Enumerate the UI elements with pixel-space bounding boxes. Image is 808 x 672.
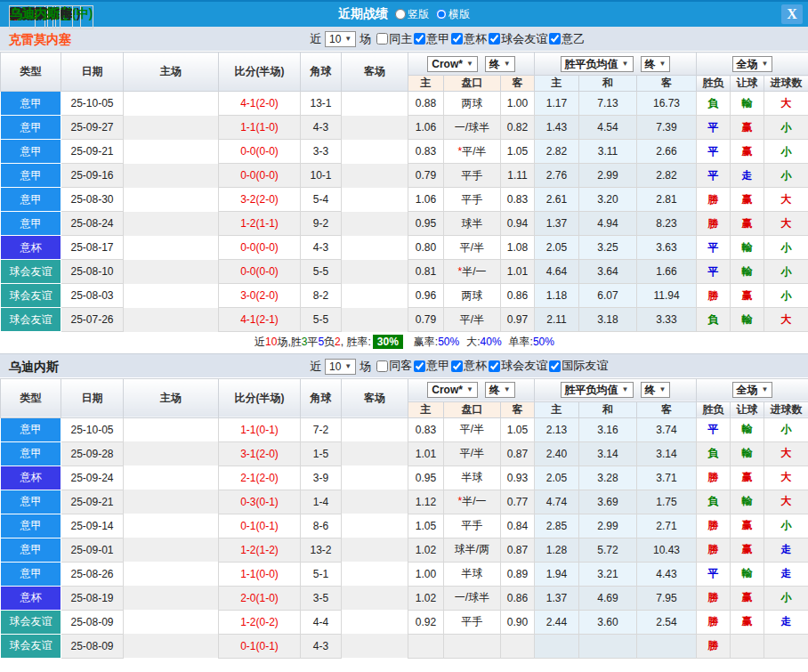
corner-score: 3-3 bbox=[301, 140, 342, 164]
checkbox[interactable] bbox=[549, 360, 561, 372]
mean-draw-odds: 2.99 bbox=[579, 514, 637, 538]
mean-time-select[interactable]: 终 ▼ bbox=[641, 382, 671, 398]
result-wdl: 平 bbox=[697, 260, 731, 284]
mean-source-select[interactable]: 胜平负均值 ▼ bbox=[561, 56, 634, 72]
away-team: 乌迪内斯 bbox=[9, 5, 61, 29]
filter-checkbox[interactable]: 同客 bbox=[376, 358, 412, 374]
result-goals: 大 bbox=[764, 308, 808, 332]
mean-home-odds: 2.05 bbox=[535, 466, 579, 490]
crow-away-odds: 0.89 bbox=[501, 562, 535, 586]
crow-away-odds: 0.86 bbox=[501, 586, 535, 610]
close-icon[interactable]: X bbox=[781, 4, 803, 24]
match-date: 25-08-03 bbox=[61, 284, 124, 308]
mean-away-odds: 11.94 bbox=[637, 284, 697, 308]
col-away: 客场 bbox=[342, 378, 408, 417]
result-handicap: 赢 bbox=[731, 538, 764, 562]
layout-vertical-option[interactable]: 竖版 bbox=[395, 7, 429, 22]
window-title: 近期战绩 bbox=[338, 6, 388, 22]
result-handicap: 輸 bbox=[731, 562, 764, 586]
filter-checkbox[interactable]: 球会友谊 bbox=[489, 31, 547, 47]
result-handicap: 赢 bbox=[731, 140, 764, 164]
odds-time-value: 终 bbox=[489, 57, 500, 71]
mean-group-header: 胜平负均值 ▼ 终 ▼ bbox=[535, 53, 697, 76]
mean-source-select[interactable]: 胜平负均值 ▼ bbox=[561, 382, 634, 398]
horizontal-label: 横版 bbox=[448, 7, 470, 22]
mean-home-odds: 2.11 bbox=[535, 308, 579, 332]
odds-source-select[interactable]: Crow* ▼ bbox=[427, 56, 478, 72]
mean-home-odds: 2.82 bbox=[535, 140, 579, 164]
corner-score: 9-2 bbox=[301, 212, 342, 236]
match-score: 1-2(1-1) bbox=[219, 212, 301, 236]
horizontal-radio[interactable] bbox=[436, 9, 447, 20]
stat-value: 40% bbox=[481, 336, 502, 348]
match-row: 意甲25-08-24AC米兰1-2(1-1)9-2克雷莫内塞0.95球半0.94… bbox=[1, 212, 808, 236]
section-header: 乌迪内斯 近 10 ▼ 场 同客意甲意杯球会友谊国际友谊 bbox=[0, 353, 808, 378]
checkbox[interactable] bbox=[414, 360, 425, 372]
mean-home-odds: 2.44 bbox=[535, 610, 579, 634]
result-wdl: 負 bbox=[697, 490, 731, 514]
crow-home-odds: 1.12 bbox=[408, 490, 444, 514]
filter-checkbox[interactable]: 意杯 bbox=[451, 358, 487, 374]
match-count-select[interactable]: 10 ▼ bbox=[325, 31, 356, 47]
mean-draw-odds: 4.94 bbox=[579, 212, 637, 236]
mean-time-select[interactable]: 终 ▼ bbox=[641, 56, 671, 72]
matches-table: 类型 日期 主场 比分(半场) 角球 客场 Crow* ▼ 终 bbox=[0, 52, 808, 353]
near-label: 近 bbox=[310, 31, 321, 47]
result-wdl: 勝 bbox=[697, 188, 731, 212]
subcol-handicap-result: 让球 bbox=[731, 401, 764, 417]
match-score: 0-0(0-0) bbox=[219, 236, 301, 260]
match-count-select[interactable]: 10 ▼ bbox=[325, 359, 356, 375]
crow-away-odds: 1.05 bbox=[501, 140, 535, 164]
result-goals: 大 bbox=[764, 466, 808, 490]
checkbox[interactable] bbox=[376, 360, 388, 372]
filter-checkbox[interactable]: 球会友谊 bbox=[489, 358, 547, 374]
result-wdl: 勝 bbox=[697, 466, 731, 490]
summary-text: 场,胜 bbox=[277, 336, 301, 348]
checkbox[interactable] bbox=[376, 33, 388, 45]
crow-away-odds: 0.87 bbox=[501, 538, 535, 562]
odds-time-select[interactable]: 终 ▼ bbox=[485, 56, 515, 72]
checkbox-label: 球会友谊 bbox=[501, 358, 547, 374]
filter-checkbox[interactable]: 同主 bbox=[376, 31, 412, 47]
corner-score: 1-5 bbox=[301, 441, 342, 466]
col-home: 主场 bbox=[124, 53, 219, 92]
mean-home-odds: 1.37 bbox=[535, 212, 579, 236]
vertical-radio[interactable] bbox=[395, 9, 406, 20]
result-goals: 小 bbox=[764, 284, 808, 308]
summary-stats: 赢率:50%大:40%单率:50% bbox=[407, 336, 554, 348]
filter-checkbox[interactable]: 意甲 bbox=[414, 358, 449, 374]
match-date: 25-10-05 bbox=[61, 92, 124, 116]
mean-draw-odds: 3.16 bbox=[579, 417, 637, 441]
result-handicap: 輸 bbox=[731, 417, 764, 441]
subcol-mean-draw: 和 bbox=[579, 76, 637, 92]
stat-value: 50% bbox=[533, 336, 554, 348]
checkbox[interactable] bbox=[451, 33, 463, 45]
layout-horizontal-option[interactable]: 横版 bbox=[436, 7, 470, 22]
mean-away-odds: 4.43 bbox=[637, 562, 697, 586]
col-corner: 角球 bbox=[301, 378, 342, 417]
fulltime-select[interactable]: 全场 ▼ bbox=[732, 382, 773, 398]
filter-checkbox[interactable]: 国际友谊 bbox=[549, 358, 608, 374]
filter-checkbox[interactable]: 意杯 bbox=[451, 31, 487, 47]
checkbox[interactable] bbox=[489, 33, 500, 45]
mean-draw-odds: 4.54 bbox=[579, 116, 637, 140]
crow-away-odds: 0.77 bbox=[501, 490, 535, 514]
checkbox[interactable] bbox=[414, 33, 425, 45]
mean-draw-odds: 5.72 bbox=[579, 538, 637, 562]
match-row: 球会友谊25-08-09云达不莱梅0-1(0-1)4-3乌迪内斯勝 bbox=[1, 634, 808, 658]
league-badge: 球会友谊 bbox=[1, 610, 61, 634]
crow-home-odds: 1.01 bbox=[408, 441, 444, 466]
mean-away-odds: 1.75 bbox=[637, 490, 697, 514]
result-handicap: 輸 bbox=[731, 490, 764, 514]
checkbox[interactable] bbox=[549, 33, 561, 45]
checkbox[interactable] bbox=[451, 360, 463, 372]
summary-text: , 胜率: bbox=[341, 336, 371, 348]
filter-checkbox[interactable]: 意乙 bbox=[549, 31, 585, 47]
crow-away-odds: 0.84 bbox=[501, 514, 535, 538]
odds-source-select[interactable]: Crow* ▼ bbox=[427, 382, 478, 398]
checkbox[interactable] bbox=[489, 360, 500, 372]
filter-checkbox[interactable]: 意甲 bbox=[414, 31, 449, 47]
chevron-down-icon: ▼ bbox=[659, 383, 667, 397]
odds-time-select[interactable]: 终 ▼ bbox=[485, 382, 515, 398]
fulltime-select[interactable]: 全场 ▼ bbox=[732, 56, 773, 72]
